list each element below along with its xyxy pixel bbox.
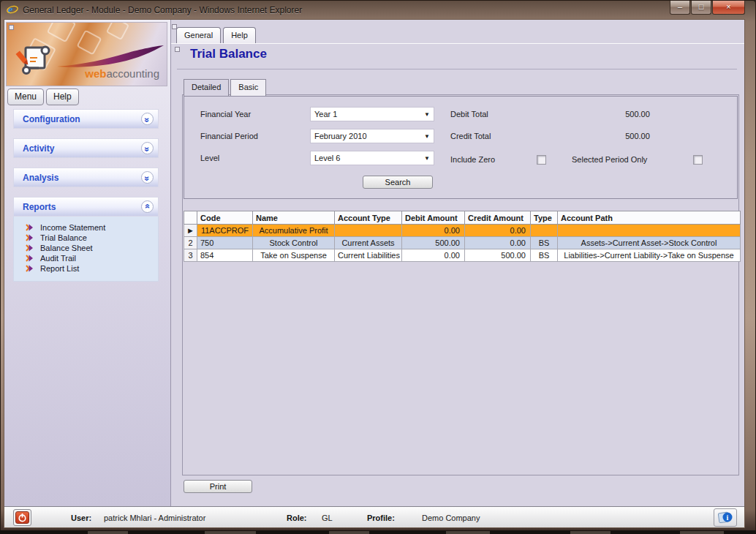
section-activity[interactable]: Activity »: [13, 138, 159, 158]
search-form-panel: Financial Year Year 1 ▼ Financial Period…: [184, 96, 738, 199]
svg-text:i: i: [727, 514, 729, 522]
sidebar-tab-help[interactable]: Help: [46, 89, 79, 105]
user-label: User:: [71, 514, 91, 522]
sidebar: webaccounting Menu Help Configuration »: [4, 20, 171, 506]
brand-logo: webaccounting: [6, 22, 167, 86]
search-button[interactable]: Search: [363, 176, 433, 189]
power-icon: [15, 511, 29, 524]
col-account-type[interactable]: Account Type: [335, 211, 402, 225]
sidebar-item-income-statement[interactable]: Income Statement: [17, 222, 155, 233]
col-credit-amount[interactable]: Credit Amount: [465, 211, 531, 225]
chevron-down-icon[interactable]: »: [141, 171, 154, 184]
keyboard-key-decor: [47, 22, 77, 42]
sidebar-item-report-list[interactable]: Report List: [17, 263, 155, 274]
chevron-down-icon: ▼: [424, 133, 430, 140]
chevron-down-icon: ▼: [424, 111, 430, 118]
col-type[interactable]: Type: [531, 211, 558, 225]
arrow-bullet-icon: [26, 255, 34, 262]
level-label: Level: [200, 154, 219, 162]
user-value: patrick Mhlari - Administrator: [104, 514, 205, 522]
arrow-bullet-icon: [26, 224, 34, 231]
page-title: Trial Balance: [190, 47, 267, 61]
module-tabs: General Help: [171, 24, 744, 44]
col-name[interactable]: Name: [253, 211, 335, 225]
financial-year-label: Financial Year: [200, 110, 251, 119]
minimize-button[interactable]: –: [670, 1, 690, 15]
maximize-button[interactable]: □: [691, 1, 711, 15]
print-button[interactable]: Print: [184, 480, 252, 493]
debit-total-value: 500.00: [605, 110, 670, 119]
profile-label: Profile:: [367, 514, 395, 522]
section-analysis[interactable]: Analysis »: [13, 168, 159, 187]
col-debit-amount[interactable]: Debit Amount: [402, 211, 465, 225]
view-subtabs: Detailed Basic: [184, 79, 266, 96]
client-area: webaccounting Menu Help Configuration »: [4, 19, 745, 528]
chevron-up-icon[interactable]: »: [141, 200, 154, 213]
level-select[interactable]: Level 6 ▼: [310, 151, 434, 165]
financial-period-select[interactable]: February 2010 ▼: [310, 129, 434, 143]
section-configuration[interactable]: Configuration »: [13, 109, 159, 129]
credit-total-value: 500.00: [605, 132, 670, 140]
table-header-row: Code Name Account Type Debit Amount Cred…: [184, 211, 741, 225]
credit-total-label: Credit Total: [450, 132, 491, 140]
table-row[interactable]: 3 854 Take on Suspense Current Liabiliti…: [184, 249, 741, 262]
title-divider: [177, 69, 737, 69]
chevron-down-icon[interactable]: »: [141, 142, 154, 154]
brand-wordmark: webaccounting: [85, 67, 159, 80]
financial-period-label: Financial Period: [200, 132, 258, 140]
internet-explorer-icon: e: [7, 4, 18, 17]
keyboard-key-decor: [106, 22, 129, 40]
role-label: Role:: [287, 514, 307, 522]
arrow-bullet-icon: [26, 244, 34, 252]
collapse-grip-icon[interactable]: [9, 25, 14, 30]
arrow-bullet-icon: [26, 265, 34, 272]
arrow-bullet-icon: [26, 234, 34, 241]
col-code[interactable]: Code: [197, 211, 253, 225]
include-zero-label: Include Zero: [450, 155, 495, 164]
sidebar-accordion: Configuration » Activity »: [4, 109, 170, 291]
profile-value: Demo Company: [422, 514, 480, 522]
col-account-path[interactable]: Account Path: [558, 211, 741, 225]
debit-total-label: Debit Total: [450, 110, 488, 119]
table-row-selected[interactable]: ► 11ACCPROF Accumulative Profit 0.00 0.0…: [184, 225, 741, 237]
info-icon: i: [717, 511, 733, 524]
logout-power-button[interactable]: [13, 509, 31, 526]
tab-detailed[interactable]: Detailed: [184, 79, 229, 96]
tab-help[interactable]: Help: [223, 27, 256, 43]
browser-window: e General Ledger - Module - Demo Company…: [0, 0, 756, 531]
scroll-pen-logo-icon: [14, 42, 56, 78]
sidebar-item-balance-sheet[interactable]: Balance Sheet: [17, 243, 155, 253]
collapse-grip-icon[interactable]: [175, 47, 180, 52]
include-zero-checkbox[interactable]: [537, 155, 546, 165]
brand-swoosh-icon: [56, 45, 165, 69]
tab-general[interactable]: General: [176, 27, 221, 43]
trial-balance-table: Code Name Account Type Debit Amount Cred…: [184, 211, 741, 262]
chevron-down-icon[interactable]: »: [141, 113, 154, 125]
sidebar-tab-menu[interactable]: Menu: [7, 89, 44, 105]
reports-menu: Income Statement Trial Balance Balance S…: [13, 217, 159, 282]
selected-period-only-checkbox[interactable]: [693, 155, 703, 165]
desktop-taskbar-strip: [0, 530, 756, 534]
role-value: GL: [322, 514, 333, 522]
sidebar-item-trial-balance[interactable]: Trial Balance: [17, 233, 155, 243]
financial-year-select[interactable]: Year 1 ▼: [310, 107, 434, 121]
status-bar: User: patrick Mhlari - Administrator Rol…: [4, 506, 744, 527]
screen: e General Ledger - Module - Demo Company…: [0, 0, 756, 534]
sidebar-item-audit-trail[interactable]: Audit Trail: [17, 253, 155, 263]
window-title: General Ledger - Module - Demo Company -…: [23, 5, 302, 15]
tab-basic[interactable]: Basic: [230, 79, 266, 96]
detailed-tab-page: Financial Year Year 1 ▼ Financial Period…: [182, 94, 739, 475]
table-row[interactable]: 2 750 Stock Control Current Assets 500.0…: [184, 237, 741, 249]
chevron-down-icon: ▼: [424, 155, 430, 162]
main-content: General Help Trial Balance Detailed Basi…: [171, 20, 744, 506]
close-button[interactable]: ×: [712, 1, 745, 15]
section-reports[interactable]: Reports »: [13, 197, 159, 217]
selected-row-marker: ►: [184, 225, 197, 237]
svg-text:e: e: [8, 4, 13, 15]
info-button[interactable]: i: [714, 508, 737, 527]
selected-period-only-label: Selected Period Only: [572, 155, 647, 164]
title-bar[interactable]: e General Ledger - Module - Demo Company…: [1, 1, 755, 19]
